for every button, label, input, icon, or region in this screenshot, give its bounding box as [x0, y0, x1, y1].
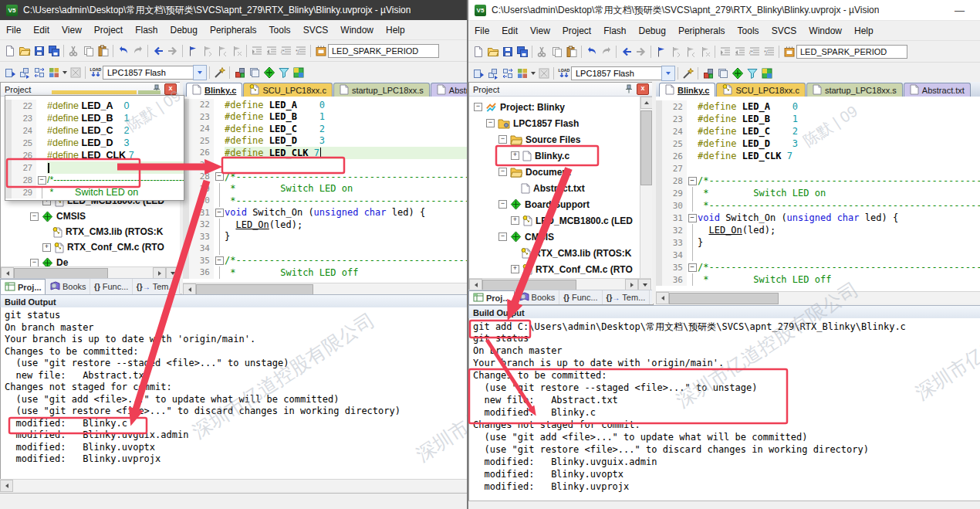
editor-tab-abstract-txt[interactable]: Abstract.txt [904, 83, 971, 97]
menu-project[interactable]: Project [556, 22, 597, 39]
menu-file[interactable]: File [468, 22, 495, 39]
workspace-tab-proj[interactable]: Proj... [0, 279, 46, 294]
tree-item-lpc1857-flash[interactable]: −LPC1857 Flash [469, 115, 640, 131]
target-select-dropdown-icon[interactable] [661, 66, 675, 81]
menu-peripherals[interactable]: Peripherals [672, 22, 732, 39]
menu-window[interactable]: Window [334, 22, 380, 39]
tree-expand-icon[interactable]: + [511, 265, 519, 273]
copy-icon[interactable] [81, 44, 96, 58]
menu-debug[interactable]: Debug [164, 22, 204, 39]
menu-tools[interactable]: Tools [732, 22, 765, 39]
symbol-search-box[interactable]: LED_SPARK_PERIOD [796, 45, 907, 59]
cut-icon[interactable] [66, 44, 81, 58]
file-ext-funnel-icon[interactable] [276, 66, 291, 80]
editor-hscrollbar[interactable] [656, 291, 980, 304]
nav-back-icon[interactable] [150, 44, 165, 58]
redo-icon[interactable] [130, 44, 145, 58]
comment-icon[interactable]: /* [747, 45, 762, 59]
project-tree-hscrollbar[interactable] [1, 266, 179, 279]
editor-tab-startup-lpc18xx-s[interactable]: startup_LPC18xx.s [806, 83, 903, 97]
nav-forward-icon[interactable] [634, 45, 648, 59]
build-output-console[interactable]: git add C:\Users\admin\Desktop\常用文档\预研类\… [468, 318, 980, 503]
uncomment-icon[interactable]: */ [293, 44, 308, 58]
symbols-notebook-icon[interactable] [313, 44, 328, 58]
wand-icon[interactable] [212, 66, 227, 80]
tree-item-rtx-conf-cm-c-rto[interactable]: +RTX_Conf_CM.c (RTO [469, 261, 640, 277]
output-hscrollbar[interactable] [0, 479, 467, 491]
scroll-left-icon[interactable] [0, 480, 13, 492]
minimize-button[interactable]: — [945, 5, 974, 16]
pin-icon[interactable] [625, 84, 633, 95]
paste-icon[interactable] [96, 44, 110, 58]
editor-hscrollbar[interactable] [183, 283, 467, 295]
workspace-tab-books[interactable]: Books [515, 290, 560, 304]
download-to-flash-icon[interactable]: LOAD [88, 66, 103, 80]
rebuild-icon[interactable] [32, 66, 46, 80]
menu-help[interactable]: Help [848, 22, 880, 39]
tree-item-document[interactable]: −Document [469, 164, 640, 180]
project-tree-hscrollbar[interactable] [469, 278, 651, 290]
outdent-icon[interactable] [264, 44, 279, 58]
comment-icon[interactable]: /* [279, 44, 293, 58]
software-packs-icon[interactable] [291, 66, 306, 80]
workspace-tab-proj[interactable]: Proj... [468, 290, 515, 304]
tree-item-de[interactable]: −De [1, 255, 171, 266]
tree-item-cmsis[interactable]: −CMSIS [1, 209, 171, 224]
rebuild-icon[interactable] [500, 66, 515, 80]
workspace-tab-tem[interactable]: {}→Tem... [603, 290, 651, 304]
close-panel-icon[interactable]: x [164, 83, 177, 95]
download-to-flash-icon[interactable]: LOAD [556, 66, 571, 80]
tree-item-rtx-cm3-lib-rtos-k[interactable]: RTX_CM3.lib (RTOS:K [1, 224, 171, 239]
save-all-icon[interactable] [515, 45, 529, 59]
new-file-icon[interactable] [471, 45, 485, 59]
project-tree-vscrollbar[interactable] [640, 97, 652, 278]
save-all-icon[interactable] [46, 44, 61, 58]
menu-tools[interactable]: Tools [263, 22, 297, 39]
tree-expand-icon[interactable]: − [498, 135, 507, 144]
tree-item-rtx-cm3-lib-rtos-k[interactable]: RTX_CM3.lib (RTOS:K [469, 245, 640, 261]
open-file-icon[interactable] [17, 44, 32, 58]
options-target-icon[interactable] [701, 66, 715, 80]
editor-tab-blinky-c[interactable]: Blinky.c [659, 83, 715, 97]
workspace-tab-func[interactable]: {}Func... [559, 290, 602, 304]
batch-build-dropdown-icon[interactable] [529, 66, 536, 80]
save-icon[interactable] [500, 45, 515, 59]
nav-forward-icon[interactable] [165, 44, 180, 58]
undo-icon[interactable] [584, 45, 599, 59]
tree-item-source-files[interactable]: −Source Files [469, 131, 640, 148]
editor-tab-abstract-txt[interactable]: Abstract.txt [431, 83, 467, 97]
redo-icon[interactable] [599, 45, 613, 59]
menu-edit[interactable]: Edit [495, 22, 524, 39]
indent-icon[interactable] [718, 45, 732, 59]
tree-item-project-blinky[interactable]: −Project: Blinky [469, 99, 640, 115]
undo-icon[interactable] [116, 44, 130, 58]
batch-build-dropdown-icon[interactable] [61, 66, 68, 80]
batch-build-icon[interactable] [515, 66, 529, 80]
bookmark-next-icon[interactable] [668, 45, 683, 59]
tree-item-rtx-conf-cm-c-rto[interactable]: +RTX_Conf_CM.c (RTO [1, 239, 171, 255]
menu-peripherals[interactable]: Peripherals [204, 22, 263, 39]
wand-icon[interactable] [681, 66, 695, 80]
tree-expand-icon[interactable]: − [30, 259, 39, 267]
tree-item-blinky-c[interactable]: +Blinky.c [469, 148, 640, 164]
title-bar[interactable]: V5 C:\Users\admin\Desktop\常用文档\预研类\SVCS\… [468, 0, 980, 21]
tree-expand-icon[interactable]: − [498, 200, 507, 209]
uncomment-icon[interactable]: */ [762, 45, 776, 59]
bookmark-prev-icon[interactable] [215, 44, 229, 58]
menu-project[interactable]: Project [88, 22, 129, 39]
bookmark-clear-icon[interactable] [698, 45, 712, 59]
tree-expand-icon[interactable]: − [486, 119, 495, 127]
tree-expand-icon[interactable]: − [30, 212, 39, 221]
file-ext-funnel-icon[interactable] [745, 66, 759, 80]
new-file-icon[interactable] [2, 44, 17, 58]
menu-help[interactable]: Help [380, 22, 411, 39]
build-icon[interactable] [485, 66, 500, 80]
scroll-left-icon[interactable] [656, 292, 669, 304]
workspace-tab-books[interactable]: Books [46, 279, 90, 294]
manage-items-icon[interactable] [715, 66, 730, 80]
menu-debug[interactable]: Debug [633, 22, 672, 39]
manage-rte-icon[interactable] [730, 66, 745, 80]
menu-svcs[interactable]: SVCS [297, 22, 335, 39]
tree-item-cmsis[interactable]: −CMSIS [469, 229, 640, 245]
symbols-notebook-icon[interactable] [782, 45, 796, 59]
